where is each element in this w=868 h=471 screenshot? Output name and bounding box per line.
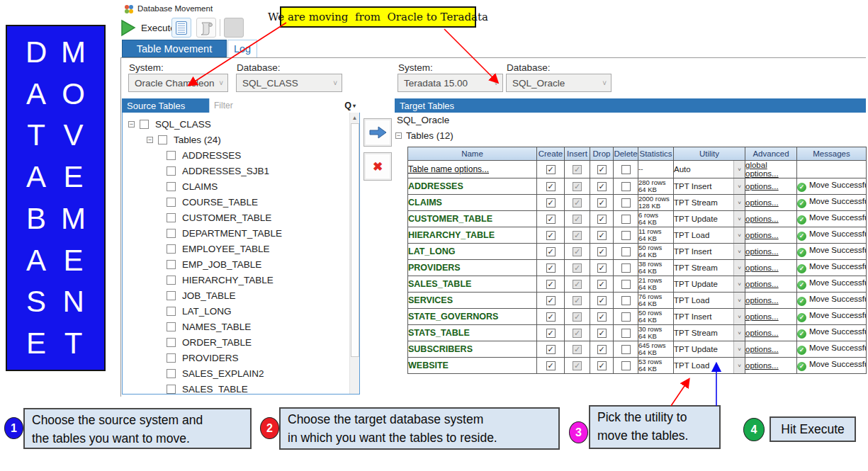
delete-checkbox-cell[interactable] xyxy=(614,309,638,325)
drop-checkbox[interactable]: ✓ xyxy=(597,231,607,240)
advanced-cell[interactable]: options... xyxy=(745,309,797,325)
options-link[interactable]: options... xyxy=(745,263,779,272)
options-link[interactable]: options... xyxy=(745,182,779,191)
create-checkbox-cell[interactable]: ✓ xyxy=(537,276,565,293)
tree-node-table[interactable]: DEPARTMENT_TABLE xyxy=(123,225,359,241)
drop-checkbox-cell[interactable]: ✓ xyxy=(590,309,614,325)
options-link[interactable]: options... xyxy=(745,312,779,321)
tree-node-table[interactable]: CUSTOMER_TABLE xyxy=(123,210,359,225)
drop-checkbox-cell[interactable]: ✓ xyxy=(590,341,614,358)
scroll-up-icon[interactable]: ▲ xyxy=(350,113,359,123)
delete-checkbox-cell[interactable] xyxy=(614,227,638,244)
chevron-down-icon[interactable]: ˅ xyxy=(733,244,745,259)
delete-checkbox-cell[interactable] xyxy=(614,325,638,341)
delete-checkbox[interactable] xyxy=(621,345,631,354)
create-checkbox[interactable]: ✓ xyxy=(546,182,556,191)
create-checkbox[interactable]: ✓ xyxy=(546,247,556,256)
drop-checkbox[interactable]: ✓ xyxy=(597,198,607,208)
tree-node-table[interactable]: JOB_TABLE xyxy=(123,288,359,303)
tree-checkbox[interactable] xyxy=(167,244,176,254)
collapse-icon[interactable]: − xyxy=(147,137,153,143)
options-link[interactable]: options... xyxy=(745,329,779,337)
tree-item-label[interactable]: SALES_EXPLAIN2 xyxy=(182,368,264,379)
tree-checkbox[interactable] xyxy=(167,166,176,176)
delete-checkbox[interactable] xyxy=(621,198,631,208)
delete-checkbox[interactable] xyxy=(621,231,631,240)
target-system-dropdown[interactable]: Teradata 15.00 ˅ xyxy=(398,74,503,92)
drop-checkbox[interactable]: ✓ xyxy=(597,182,607,191)
utility-dropdown[interactable]: TPT Update˅ xyxy=(674,276,745,293)
drop-checkbox-cell[interactable]: ✓ xyxy=(590,293,614,309)
tree-node-table[interactable]: LAT_LONG xyxy=(123,303,359,319)
create-checkbox-cell[interactable]: ✓ xyxy=(537,341,565,358)
collapse-icon[interactable]: − xyxy=(128,121,135,127)
delete-checkbox-cell[interactable] xyxy=(614,293,638,309)
report-button[interactable] xyxy=(171,18,191,38)
advanced-cell[interactable]: options... xyxy=(745,293,797,309)
advanced-cell[interactable]: options... xyxy=(745,325,797,341)
script-button[interactable] xyxy=(196,18,216,38)
options-link[interactable]: options... xyxy=(745,247,779,256)
tree-checkbox[interactable] xyxy=(140,120,149,129)
drop-checkbox-cell[interactable]: ✓ xyxy=(590,276,614,293)
chevron-down-icon[interactable]: ˅ xyxy=(733,161,745,178)
tree-item-label[interactable]: COURSE_TABLE xyxy=(182,197,258,208)
create-checkbox[interactable]: ✓ xyxy=(546,231,556,240)
utility-dropdown[interactable]: Auto˅ xyxy=(674,161,745,178)
drop-checkbox[interactable]: ✓ xyxy=(597,345,607,354)
tree-node-table[interactable]: NAMES_TABLE xyxy=(123,319,359,334)
utility-dropdown[interactable]: TPT Load˅ xyxy=(674,293,745,309)
drop-checkbox-cell[interactable]: ✓ xyxy=(590,244,614,260)
tree-node-table[interactable]: PROVIDERS xyxy=(123,350,359,365)
create-checkbox-cell[interactable]: ✓ xyxy=(537,244,565,260)
tree-checkbox[interactable] xyxy=(167,213,176,222)
target-database-dropdown[interactable]: SQL_Oracle ˅ xyxy=(506,74,611,92)
delete-checkbox-cell[interactable] xyxy=(614,358,638,374)
tree-item-label[interactable]: LAT_LONG xyxy=(182,306,232,317)
drop-checkbox[interactable]: ✓ xyxy=(597,247,607,256)
options-link[interactable]: options... xyxy=(745,215,779,223)
chevron-down-icon[interactable]: ˅ xyxy=(733,227,745,243)
create-checkbox[interactable]: ✓ xyxy=(546,263,556,273)
tree-item-label[interactable]: EMPLOYEE_TABLE xyxy=(182,244,270,254)
tab-log[interactable]: Log xyxy=(227,40,257,57)
tree-item-label[interactable]: Tables (24) xyxy=(174,135,221,145)
create-checkbox-cell[interactable]: ✓ xyxy=(537,358,565,374)
tree-node-group[interactable]: −Tables (24) xyxy=(123,132,359,147)
tree-item-label[interactable]: JOB_TABLE xyxy=(182,290,236,301)
chevron-down-icon[interactable]: ˅ xyxy=(733,341,745,357)
tree-node-table[interactable]: EMP_JOB_TABLE xyxy=(123,256,359,272)
tree-checkbox[interactable] xyxy=(167,353,176,363)
create-checkbox-cell[interactable]: ✓ xyxy=(537,293,565,309)
tree-node-table[interactable]: ORDER_TABLE xyxy=(123,334,359,350)
advanced-cell[interactable]: options... xyxy=(745,195,797,211)
drop-checkbox-cell[interactable]: ✓ xyxy=(590,358,614,374)
move-tables-button[interactable] xyxy=(363,118,392,147)
tree-checkbox[interactable] xyxy=(167,151,176,160)
tree-item-label[interactable]: HIERARCHY_TABLE xyxy=(182,275,274,285)
tab-table-movement[interactable]: Table Movement xyxy=(122,40,227,57)
create-checkbox-cell[interactable]: ✓ xyxy=(537,227,565,244)
utility-dropdown[interactable]: TPT Insert˅ xyxy=(674,178,745,195)
create-checkbox-cell[interactable]: ✓ xyxy=(537,195,565,211)
tree-checkbox[interactable] xyxy=(167,198,176,207)
advanced-cell[interactable]: options... xyxy=(745,211,797,227)
tree-checkbox[interactable] xyxy=(167,385,176,394)
create-checkbox[interactable]: ✓ xyxy=(546,361,556,370)
execute-button[interactable]: Execute xyxy=(120,17,176,38)
options-link[interactable]: options... xyxy=(745,231,779,239)
create-checkbox[interactable]: ✓ xyxy=(546,215,556,224)
delete-checkbox[interactable] xyxy=(621,361,631,370)
delete-checkbox-cell[interactable] xyxy=(614,195,638,211)
delete-checkbox[interactable] xyxy=(621,296,631,305)
drop-checkbox[interactable]: ✓ xyxy=(597,361,607,370)
drop-checkbox-cell[interactable]: ✓ xyxy=(590,161,614,178)
tree-item-label[interactable]: CUSTOMER_TABLE xyxy=(182,212,271,223)
chevron-down-icon[interactable]: ˅ xyxy=(733,260,745,276)
delete-checkbox-cell[interactable] xyxy=(614,276,638,293)
create-checkbox[interactable]: ✓ xyxy=(546,345,556,354)
delete-checkbox[interactable] xyxy=(621,247,631,256)
options-link[interactable]: options... xyxy=(745,361,779,370)
create-checkbox[interactable]: ✓ xyxy=(546,198,556,208)
drop-checkbox[interactable]: ✓ xyxy=(597,165,607,174)
